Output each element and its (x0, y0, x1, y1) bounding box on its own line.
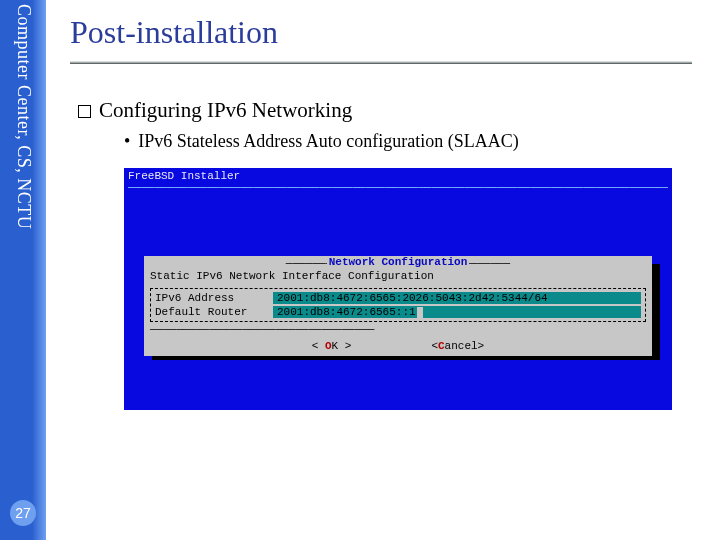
cancel-button-rest: ancel> (445, 340, 485, 352)
ok-button[interactable]: < OK > (312, 340, 352, 352)
installer-header: FreeBSD Installer (128, 170, 668, 182)
cancel-button-hotkey: C (438, 340, 445, 352)
cancel-button-pre: < (431, 340, 438, 352)
default-router-input[interactable]: 2001:db8:4672:6565::1 (273, 306, 641, 318)
field-label: Default Router (155, 306, 267, 318)
dialog-buttons: < OK > <Cancel> (144, 336, 652, 356)
dialog-title: Network Configuration (327, 256, 470, 268)
bullet-level1: Configuring IPv6 Networking (78, 98, 692, 123)
network-config-dialog: ────────────────────────────────── Netwo… (144, 256, 652, 356)
sidebar: Computer Center, CS, NCTU 27 (0, 0, 46, 540)
cancel-button[interactable]: <Cancel> (431, 340, 484, 352)
bullet-level2-text: IPv6 Stateless Address Auto configuratio… (138, 131, 518, 151)
ipv6-address-input[interactable]: 2001:db8:4672:6565:2026:5043:2d42:5344/6… (273, 292, 641, 304)
screenshot: FreeBSD Installer ──────────────────────… (124, 168, 672, 410)
main-content: Post-installation Configuring IPv6 Netwo… (46, 0, 720, 540)
checkbox-bullet-icon (78, 105, 91, 118)
ok-button-pre: < (312, 340, 325, 352)
terminal-bg: FreeBSD Installer ──────────────────────… (124, 168, 672, 410)
page-number: 27 (10, 500, 36, 526)
ok-button-rest: K > (332, 340, 352, 352)
page-title: Post-installation (70, 14, 692, 61)
title-rule (70, 61, 692, 64)
dialog-fields: IPv6 Address 2001:db8:4672:6565:2026:504… (150, 288, 646, 322)
dialog-titlebar: ────────────────────────────────── Netwo… (144, 256, 652, 270)
field-row-ipv6-address: IPv6 Address 2001:db8:4672:6565:2026:504… (155, 291, 641, 305)
bullet-level2: •IPv6 Stateless Address Auto configurati… (124, 131, 692, 152)
dialog-subtitle: Static IPv6 Network Interface Configurat… (144, 270, 652, 286)
ok-button-hotkey: O (325, 340, 332, 352)
org-text: Computer Center, CS, NCTU (13, 4, 34, 229)
installer-rule: ────────────────────────────────────────… (128, 182, 668, 194)
field-row-default-router: Default Router 2001:db8:4672:6565::1 (155, 305, 641, 319)
bullet-level1-text: Configuring IPv6 Networking (99, 98, 352, 122)
dialog-bottom-dash: ────────────────────────────────── (144, 324, 652, 336)
dot-bullet-icon: • (124, 131, 130, 152)
slide: Computer Center, CS, NCTU 27 Post-instal… (0, 0, 720, 540)
field-label: IPv6 Address (155, 292, 267, 304)
